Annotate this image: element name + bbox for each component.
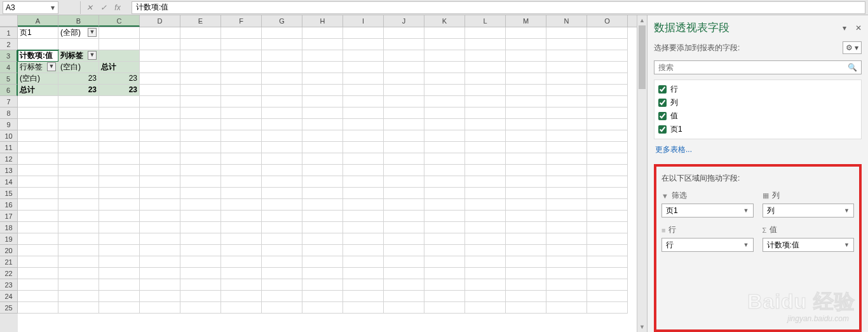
cell-B11[interactable]: [58, 142, 99, 153]
tools-button[interactable]: ⚙ ▾: [843, 41, 862, 54]
cell-N25[interactable]: [546, 302, 587, 314]
cell-N7[interactable]: [546, 96, 587, 107]
cell-N21[interactable]: [546, 256, 587, 268]
cell-O16[interactable]: [587, 199, 628, 211]
cell-O18[interactable]: [587, 222, 628, 233]
cell-O19[interactable]: [587, 233, 628, 245]
cell-M19[interactable]: [506, 233, 546, 245]
cell-M12[interactable]: [506, 153, 546, 165]
cell-K23[interactable]: [424, 279, 465, 291]
cell-C13[interactable]: [99, 165, 140, 176]
values-area-item[interactable]: 计数项:值▼: [763, 238, 855, 252]
cell-F22[interactable]: [221, 268, 262, 279]
cell-F21[interactable]: [221, 256, 262, 268]
cell-F25[interactable]: [221, 302, 262, 314]
cell-H19[interactable]: [302, 233, 343, 245]
row-header-9[interactable]: 9: [0, 119, 18, 130]
cell-G18[interactable]: [262, 222, 302, 233]
cell-D19[interactable]: [140, 233, 180, 245]
cell-N22[interactable]: [546, 268, 587, 279]
cell-H25[interactable]: [302, 302, 343, 314]
cell-C12[interactable]: [99, 153, 140, 165]
cell-I12[interactable]: [343, 153, 384, 165]
filter-area-item[interactable]: 页1▼: [661, 204, 754, 218]
cell-M20[interactable]: [506, 245, 546, 256]
col-header-G[interactable]: G: [262, 15, 302, 27]
cell-I17[interactable]: [343, 211, 384, 222]
cell-C17[interactable]: [99, 211, 140, 222]
row-header-19[interactable]: 19: [0, 233, 18, 245]
cell-O9[interactable]: [587, 119, 628, 130]
cell-E22[interactable]: [180, 268, 221, 279]
cell-G17[interactable]: [262, 211, 302, 222]
cell-C19[interactable]: [99, 233, 140, 245]
cell-O10[interactable]: [587, 130, 628, 142]
cell-H18[interactable]: [302, 222, 343, 233]
col-header-B[interactable]: B: [58, 15, 99, 27]
fx-icon[interactable]: fx: [111, 1, 124, 14]
cell-F6[interactable]: [221, 85, 262, 96]
cell-I20[interactable]: [343, 245, 384, 256]
filter-dropdown-icon[interactable]: ▼: [88, 51, 97, 60]
cell-K24[interactable]: [424, 291, 465, 302]
col-header-K[interactable]: K: [424, 15, 465, 27]
name-box-input[interactable]: [3, 3, 48, 12]
row-header-14[interactable]: 14: [0, 176, 18, 188]
cell-B3[interactable]: 列标签▼: [58, 50, 99, 62]
cell-I14[interactable]: [343, 176, 384, 188]
cell-N11[interactable]: [546, 142, 587, 153]
row-header-11[interactable]: 11: [0, 142, 18, 153]
cell-J16[interactable]: [384, 199, 424, 211]
cell-F15[interactable]: [221, 188, 262, 199]
cell-O8[interactable]: [587, 107, 628, 119]
field-item[interactable]: 页1: [656, 123, 860, 136]
cell-K16[interactable]: [424, 199, 465, 211]
cell-K19[interactable]: [424, 233, 465, 245]
cell-L25[interactable]: [465, 302, 506, 314]
columns-area[interactable]: ▦列 列▼: [763, 190, 855, 219]
cell-F24[interactable]: [221, 291, 262, 302]
cell-D18[interactable]: [140, 222, 180, 233]
cell-O4[interactable]: [587, 62, 628, 73]
cell-J18[interactable]: [384, 222, 424, 233]
cell-D1[interactable]: [140, 27, 180, 39]
row-header-5[interactable]: 5: [0, 73, 18, 85]
cell-K13[interactable]: [424, 165, 465, 176]
cell-H21[interactable]: [302, 256, 343, 268]
cell-M21[interactable]: [506, 256, 546, 268]
cell-C11[interactable]: [99, 142, 140, 153]
cell-J23[interactable]: [384, 279, 424, 291]
row-header-24[interactable]: 24: [0, 291, 18, 302]
cell-O5[interactable]: [587, 73, 628, 85]
cell-D17[interactable]: [140, 211, 180, 222]
columns-area-item[interactable]: 列▼: [763, 204, 855, 218]
cell-L18[interactable]: [465, 222, 506, 233]
cell-A17[interactable]: [18, 211, 58, 222]
cell-G12[interactable]: [262, 153, 302, 165]
cell-E2[interactable]: [180, 39, 221, 50]
cell-C9[interactable]: [99, 119, 140, 130]
cell-M9[interactable]: [506, 119, 546, 130]
cell-D4[interactable]: [140, 62, 180, 73]
cell-J2[interactable]: [384, 39, 424, 50]
cell-K17[interactable]: [424, 211, 465, 222]
cell-A4[interactable]: 行标签▼: [18, 62, 58, 73]
cell-J9[interactable]: [384, 119, 424, 130]
cell-O14[interactable]: [587, 176, 628, 188]
cell-B9[interactable]: [58, 119, 99, 130]
row-header-8[interactable]: 8: [0, 107, 18, 119]
cell-O6[interactable]: [587, 85, 628, 96]
row-header-20[interactable]: 20: [0, 245, 18, 256]
cell-F14[interactable]: [221, 176, 262, 188]
cell-H17[interactable]: [302, 211, 343, 222]
cell-G20[interactable]: [262, 245, 302, 256]
cell-C7[interactable]: [99, 96, 140, 107]
cell-A14[interactable]: [18, 176, 58, 188]
row-header-7[interactable]: 7: [0, 96, 18, 107]
cell-G8[interactable]: [262, 107, 302, 119]
cell-D10[interactable]: [140, 130, 180, 142]
cell-N3[interactable]: [546, 50, 587, 62]
cell-L2[interactable]: [465, 39, 506, 50]
cell-B23[interactable]: [58, 279, 99, 291]
cell-D14[interactable]: [140, 176, 180, 188]
